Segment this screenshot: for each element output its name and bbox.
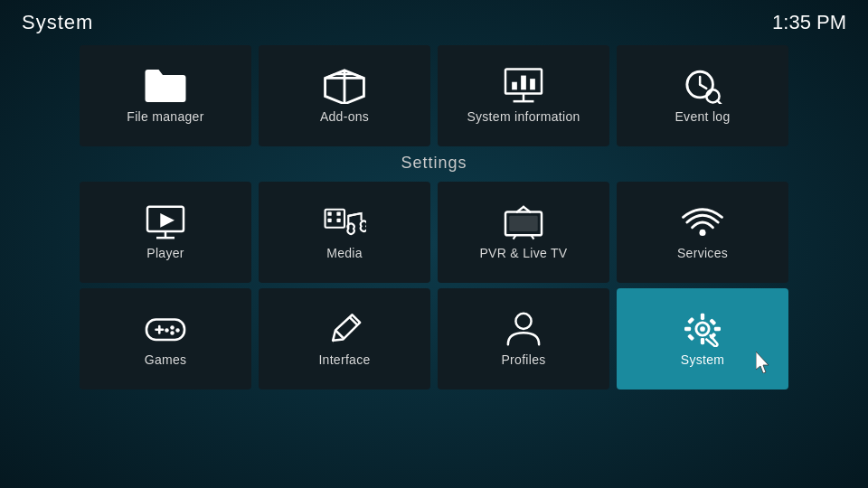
tile-label: File manager [127, 109, 203, 124]
svg-rect-21 [327, 219, 331, 222]
svg-point-30 [699, 230, 705, 236]
gear-icon [681, 311, 724, 347]
tile-event-log[interactable]: Event log [617, 45, 788, 146]
svg-rect-51 [687, 333, 694, 341]
tile-label: Interface [318, 352, 370, 367]
settings-label: Settings [0, 150, 868, 176]
chart-icon [502, 68, 545, 104]
svg-point-37 [165, 328, 169, 333]
svg-point-35 [175, 328, 180, 333]
svg-rect-46 [701, 338, 704, 344]
play-icon [144, 204, 187, 240]
tile-pvr-livetv[interactable]: PVR & Live TV [438, 182, 609, 283]
svg-rect-22 [336, 219, 340, 222]
tile-system-information[interactable]: System information [438, 45, 609, 146]
tile-games[interactable]: Games [80, 288, 251, 389]
gamepad-icon [144, 311, 187, 347]
tile-label: Services [677, 246, 728, 260]
clock: 1:35 PM [772, 11, 846, 34]
top-row: File manager Add-ons System information [0, 40, 868, 150]
svg-line-39 [335, 330, 344, 338]
tile-label: PVR & Live TV [479, 246, 567, 260]
tile-label: Player [146, 246, 184, 260]
tile-label: Media [326, 246, 363, 260]
tile-label: Games [145, 352, 187, 367]
svg-rect-4 [512, 82, 517, 90]
tile-file-manager[interactable]: File manager [80, 45, 251, 146]
tile-add-ons[interactable]: Add-ons [259, 45, 430, 146]
tile-label: Add-ons [320, 109, 369, 124]
settings-row-2: Games Interface Profiles [0, 288, 868, 389]
person-icon [502, 311, 545, 347]
header: System 1:35 PM [0, 0, 868, 40]
tile-media[interactable]: Media [259, 182, 430, 283]
tile-profiles[interactable]: Profiles [438, 288, 609, 389]
settings-row-1: Player Media PVR & Live T [0, 182, 868, 283]
tile-label: Event log [675, 109, 730, 124]
svg-line-23 [348, 213, 361, 216]
cursor-icon [756, 352, 772, 373]
svg-rect-20 [336, 212, 340, 216]
svg-line-13 [717, 100, 722, 104]
pencil-icon [323, 311, 366, 347]
tile-system[interactable]: System [617, 288, 788, 389]
tile-label: Profiles [501, 352, 545, 367]
svg-rect-50 [709, 318, 716, 325]
box-icon [323, 68, 366, 104]
svg-point-44 [700, 326, 705, 332]
media-icon [323, 204, 366, 240]
svg-marker-38 [333, 314, 360, 341]
svg-rect-49 [687, 317, 694, 324]
svg-rect-48 [714, 327, 721, 331]
tile-interface[interactable]: Interface [259, 288, 430, 389]
svg-rect-19 [327, 212, 331, 216]
tv-icon [502, 204, 545, 240]
svg-point-36 [170, 331, 175, 335]
svg-rect-5 [521, 76, 526, 90]
svg-rect-27 [509, 216, 537, 231]
svg-point-34 [170, 325, 175, 330]
svg-marker-15 [160, 213, 175, 228]
clock-search-icon [681, 68, 724, 104]
svg-rect-6 [530, 79, 535, 89]
tile-player[interactable]: Player [80, 182, 251, 283]
svg-line-11 [700, 85, 706, 89]
tile-label: System [681, 352, 724, 367]
svg-rect-45 [701, 314, 704, 320]
folder-icon [144, 68, 187, 104]
tile-label: System information [467, 109, 580, 124]
svg-marker-53 [756, 352, 769, 373]
svg-point-42 [515, 314, 531, 329]
tile-services[interactable]: Services [617, 182, 788, 283]
svg-rect-47 [684, 327, 691, 331]
wifi-icon [681, 204, 724, 240]
page-title: System [22, 11, 93, 34]
